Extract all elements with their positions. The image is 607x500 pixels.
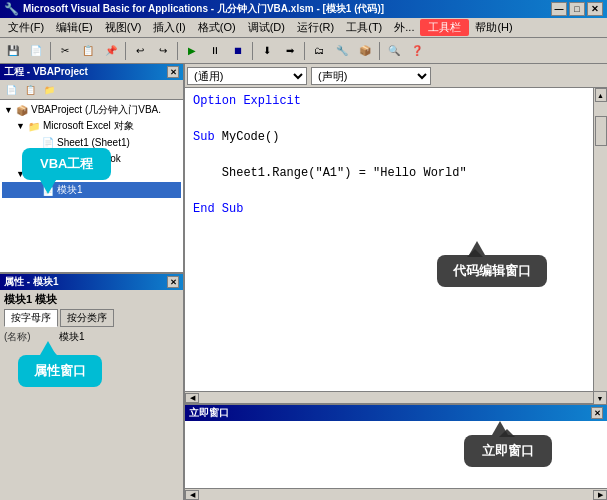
menu-extra[interactable]: 外...: [388, 18, 420, 37]
project-panel-close[interactable]: ✕: [167, 66, 179, 78]
toolbar-stepover[interactable]: ➡: [279, 41, 301, 61]
code-dropdown-declaration[interactable]: (声明): [311, 67, 431, 85]
menu-help[interactable]: 帮助(H): [469, 18, 518, 37]
menu-edit[interactable]: 编辑(E): [50, 18, 99, 37]
toolbar-save[interactable]: 💾: [2, 41, 24, 61]
immediate-panel: 立即窗口 ✕ ◀ ▶: [185, 405, 607, 500]
props-value-name: 模块1: [59, 330, 179, 344]
menu-run[interactable]: 运行(R): [291, 18, 340, 37]
tree-item-excel-objects[interactable]: ▼ 📁 Microsoft Excel 对象: [2, 118, 181, 134]
props-tabs: 按字母序 按分类序: [4, 309, 179, 327]
props-panel-titlebar: 属性 - 模块1 ✕: [0, 274, 183, 290]
menu-toolbar-highlight[interactable]: 工具栏: [420, 19, 469, 36]
toolbar-run[interactable]: ▶: [181, 41, 203, 61]
menu-format[interactable]: 格式(O): [192, 18, 242, 37]
code-line-5: Sheet1.Range("A1") = "Hello World": [193, 164, 585, 182]
immediate-content[interactable]: [185, 421, 607, 488]
project-view-object[interactable]: 📋: [21, 82, 39, 98]
code-line-1: Option Explicit: [193, 92, 585, 110]
code-body: Sheet1.Range("A1") = "Hello World": [222, 166, 467, 180]
menu-bar: 文件(F) 编辑(E) 视图(V) 插入(I) 格式(O) 调试(D) 运行(R…: [0, 18, 607, 38]
toolbar-stop[interactable]: ⏹: [227, 41, 249, 61]
expand-icon: ▼: [4, 105, 14, 115]
menu-tools[interactable]: 工具(T): [340, 18, 388, 37]
scroll-left[interactable]: ◀: [185, 393, 199, 403]
title-bar-controls: — □ ✕: [551, 2, 603, 16]
immediate-close[interactable]: ✕: [591, 407, 603, 419]
toolbar-sep2: [125, 42, 126, 60]
immediate-titlebar: 立即窗口 ✕: [185, 405, 607, 421]
project-icon: 📦: [15, 103, 29, 117]
code-editor[interactable]: Option Explicit Sub MyCode() Sheet1.Rang…: [185, 88, 593, 391]
toolbar-sep4: [252, 42, 253, 60]
tree-item-project[interactable]: ▼ 📦 VBAProject (几分钟入门VBA.: [2, 102, 181, 118]
toolbar-sep5: [304, 42, 305, 60]
expand-icon-2: ▼: [16, 121, 26, 131]
menu-debug[interactable]: 调试(D): [242, 18, 291, 37]
project-tree[interactable]: ▼ 📦 VBAProject (几分钟入门VBA. ▼ 📁 Microsoft …: [0, 100, 183, 272]
props-header: 模块1 模块: [4, 292, 179, 307]
code-scrollbar-h: ◀ ▶: [185, 391, 607, 403]
code-dropdown-general[interactable]: (通用): [187, 67, 307, 85]
code-line-6: [193, 182, 585, 200]
toolbar-sep1: [50, 42, 51, 60]
tree-label-modules: 模块: [43, 167, 63, 181]
tree-item-sheet1[interactable]: 📄 Sheet1 (Sheet1): [2, 134, 181, 150]
code-line-2: [193, 110, 585, 128]
scroll-thumb[interactable]: [595, 116, 607, 146]
project-view-code[interactable]: 📄: [2, 82, 20, 98]
toolbar-undo[interactable]: ↩: [129, 41, 151, 61]
project-toggle-folders[interactable]: 📁: [40, 82, 58, 98]
project-panel: 工程 - VBAProject ✕ 📄 📋 📁 ▼ 📦 VBAProject (…: [0, 64, 183, 274]
title-bar-text: Microsoft Visual Basic for Applications …: [23, 2, 384, 16]
menu-insert[interactable]: 插入(I): [147, 18, 191, 37]
left-panel: 工程 - VBAProject ✕ 📄 📋 📁 ▼ 📦 VBAProject (…: [0, 64, 185, 500]
toolbar-help[interactable]: ❓: [406, 41, 428, 61]
props-tab-category[interactable]: 按分类序: [60, 309, 114, 327]
tree-label-project: VBAProject (几分钟入门VBA.: [31, 103, 161, 117]
maximize-button[interactable]: □: [569, 2, 585, 16]
toolbar-find[interactable]: 🔍: [383, 41, 405, 61]
toolbar-sep3: [177, 42, 178, 60]
menu-view[interactable]: 视图(V): [99, 18, 148, 37]
tree-item-module1[interactable]: 📄 模块1: [2, 182, 181, 198]
code-scrollbar-v[interactable]: ▲ ▼: [593, 88, 607, 391]
minimize-button[interactable]: —: [551, 2, 567, 16]
toolbar-step[interactable]: ⬇: [256, 41, 278, 61]
imm-scroll-left[interactable]: ◀: [185, 490, 199, 500]
immediate-title: 立即窗口: [189, 406, 229, 420]
tree-item-thisworkbook[interactable]: 📄 ThisWorkbook: [2, 150, 181, 166]
toolbar-cut[interactable]: ✂: [54, 41, 76, 61]
tree-item-modules-folder[interactable]: ▼ 📁 模块: [2, 166, 181, 182]
imm-scroll-right[interactable]: ▶: [593, 490, 607, 500]
scroll-up[interactable]: ▲: [595, 88, 607, 102]
code-end-sub: End Sub: [193, 202, 243, 216]
right-panel: (通用) (声明) Option Explicit Sub MyCod: [185, 64, 607, 500]
workbook-icon: 📄: [41, 151, 55, 165]
toolbar-paste[interactable]: 📌: [100, 41, 122, 61]
folder-icon: 📁: [27, 119, 41, 133]
toolbar-object[interactable]: 📦: [354, 41, 376, 61]
code-line-7: End Sub: [193, 200, 585, 218]
toolbar-break[interactable]: ⏸: [204, 41, 226, 61]
properties-panel: 属性 - 模块1 ✕ 模块1 模块 按字母序 按分类序 (名称) 模块1: [0, 274, 183, 500]
code-option-explicit: Option Explicit: [193, 94, 301, 108]
toolbar-new[interactable]: 📄: [25, 41, 47, 61]
toolbar-project[interactable]: 🗂: [308, 41, 330, 61]
code-line-4: [193, 146, 585, 164]
props-panel-title: 属性 - 模块1: [4, 275, 58, 289]
menu-file[interactable]: 文件(F): [2, 18, 50, 37]
toolbar-redo[interactable]: ↪: [152, 41, 174, 61]
imm-scrollbar-h: ◀ ▶: [185, 488, 607, 500]
props-panel-close[interactable]: ✕: [167, 276, 179, 288]
toolbar: 💾 📄 ✂ 📋 📌 ↩ ↪ ▶ ⏸ ⏹ ⬇ ➡ 🗂 🔧 📦 🔍 ❓: [0, 38, 607, 64]
code-editor-panel: (通用) (声明) Option Explicit Sub MyCod: [185, 64, 607, 405]
module-icon: 📄: [41, 183, 55, 197]
props-row-name: (名称) 模块1: [4, 329, 179, 345]
toolbar-copy[interactable]: 📋: [77, 41, 99, 61]
props-tab-alpha[interactable]: 按字母序: [4, 309, 58, 327]
toolbar-sep6: [379, 42, 380, 60]
title-bar: 🔧 Microsoft Visual Basic for Application…: [0, 0, 607, 18]
close-button[interactable]: ✕: [587, 2, 603, 16]
toolbar-props[interactable]: 🔧: [331, 41, 353, 61]
